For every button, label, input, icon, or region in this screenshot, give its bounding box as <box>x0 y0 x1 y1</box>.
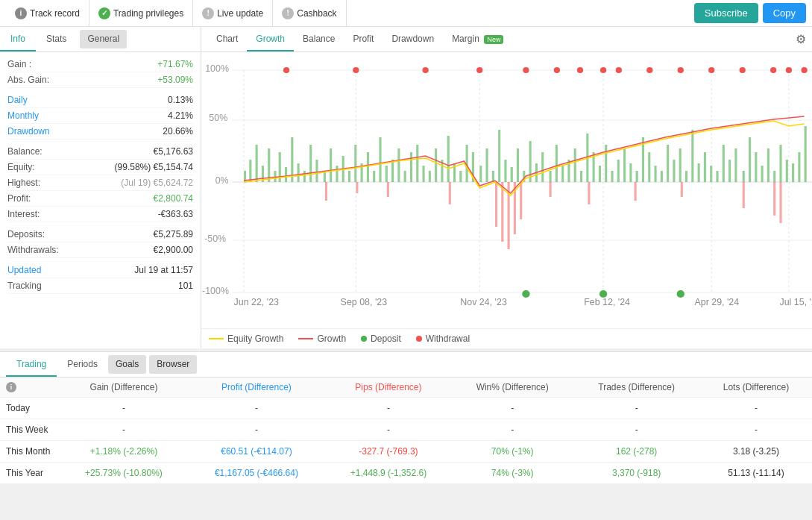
svg-rect-95 <box>773 171 775 182</box>
table-cell: -327.7 (-769.3) <box>325 441 452 463</box>
svg-point-138 <box>801 67 807 73</box>
stat-updated: Updated Jul 19 at 11:57 <box>7 263 193 278</box>
svg-rect-116 <box>779 182 781 223</box>
svg-rect-38 <box>416 145 418 182</box>
table-cell: - <box>573 419 699 441</box>
warn-icon-cashback: ! <box>282 7 294 19</box>
nav-live-update[interactable]: ! Live update <box>193 0 273 26</box>
tab-periods[interactable]: Periods <box>57 352 108 377</box>
svg-point-126 <box>476 67 482 73</box>
svg-rect-14 <box>268 148 270 182</box>
svg-rect-82 <box>691 130 693 182</box>
table-header-row: i Gain (Difference) Profit (Difference) … <box>0 378 812 398</box>
info-icon-th[interactable]: i <box>6 382 16 392</box>
table-row: This Week------ <box>0 419 812 441</box>
chart-area: 100% 50% 0% -50% -100% <box>201 52 812 328</box>
tab-growth[interactable]: Growth <box>247 27 294 51</box>
svg-rect-92 <box>755 152 757 182</box>
left-tabs: Info Stats General <box>0 27 201 52</box>
nav-cashback[interactable]: ! Cashback <box>273 0 346 26</box>
svg-rect-72 <box>629 163 632 182</box>
nav-trading-privileges[interactable]: ✓ Trading privileges <box>89 0 193 26</box>
svg-text:-50%: -50% <box>204 234 226 244</box>
svg-rect-104 <box>449 182 451 204</box>
svg-rect-102 <box>356 182 358 193</box>
svg-rect-78 <box>667 145 669 182</box>
tab-profit[interactable]: Profit <box>344 27 383 51</box>
main-content: Info Stats General Gain : +71.67% Abs. G… <box>0 27 812 348</box>
tab-chart[interactable]: Chart <box>207 27 247 51</box>
stat-tracking: Tracking 101 <box>7 278 193 294</box>
svg-text:100%: 100% <box>205 63 229 74</box>
svg-rect-81 <box>685 171 687 182</box>
tab-trading[interactable]: Trading <box>6 352 57 377</box>
svg-rect-88 <box>728 160 731 182</box>
tab-margin[interactable]: Margin New <box>443 27 512 51</box>
table-cell: - <box>452 398 573 419</box>
tab-general[interactable]: General <box>80 30 127 48</box>
svg-rect-83 <box>698 163 700 182</box>
svg-rect-59 <box>550 171 552 182</box>
table-cell: 70% (-1%) <box>452 441 573 463</box>
tab-browser[interactable]: Browser <box>149 355 197 374</box>
chart-settings-icon[interactable]: ⚙ <box>796 32 806 46</box>
stat-balance: Balance: €5,176.63 <box>7 144 193 160</box>
svg-rect-67 <box>599 166 601 182</box>
svg-rect-36 <box>404 171 406 182</box>
table-cell: 3,370 (-918) <box>573 463 699 484</box>
trading-table: i Gain (Difference) Profit (Difference) … <box>0 378 812 484</box>
svg-rect-97 <box>786 160 788 182</box>
th-trades: Trades (Difference) <box>573 378 699 398</box>
svg-rect-58 <box>541 152 544 182</box>
svg-rect-86 <box>716 171 718 182</box>
tab-stats[interactable]: Stats <box>36 27 77 51</box>
svg-rect-45 <box>459 171 462 182</box>
table-cell: - <box>188 419 325 441</box>
svg-rect-114 <box>743 182 745 208</box>
legend-withdrawal: Withdrawal <box>416 333 470 344</box>
svg-point-127 <box>523 67 529 73</box>
stat-withdrawals: Withdrawals: €2,900.00 <box>7 242 193 258</box>
growth-chart: 100% 50% 0% -50% -100% <box>201 55 812 309</box>
svg-rect-96 <box>779 145 781 182</box>
th-period: i <box>0 378 60 398</box>
svg-text:50%: 50% <box>209 113 227 123</box>
growth-line <box>298 338 313 339</box>
stats-section: Gain : +71.67% Abs. Gain: +53.09% Daily … <box>0 52 201 298</box>
svg-rect-24 <box>330 148 332 182</box>
nav-live-update-label: Live update <box>217 8 263 19</box>
table-cell: +1,448.9 (-1,352.6) <box>325 463 452 484</box>
tab-goals[interactable]: Goals <box>108 355 146 374</box>
svg-rect-90 <box>743 171 745 182</box>
svg-rect-111 <box>588 182 590 204</box>
warn-icon-live: ! <box>202 7 214 19</box>
svg-point-124 <box>353 67 359 73</box>
svg-point-137 <box>786 67 792 73</box>
stat-abs-gain: Abs. Gain: +53.09% <box>7 72 193 88</box>
svg-rect-99 <box>798 152 800 182</box>
table-cell: - <box>325 419 452 441</box>
right-panel: Chart Growth Balance Profit Drawdown Mar… <box>201 27 812 348</box>
svg-rect-28 <box>354 145 356 182</box>
table-cell: - <box>700 419 812 441</box>
table-cell: - <box>60 398 188 419</box>
svg-point-123 <box>283 67 289 73</box>
tab-drawdown[interactable]: Drawdown <box>383 27 443 51</box>
table-cell: This Year <box>0 463 60 484</box>
nav-track-record[interactable]: i Track record <box>6 0 89 26</box>
svg-rect-27 <box>348 171 350 182</box>
svg-rect-19 <box>298 163 300 182</box>
svg-text:Jun 22, '23: Jun 22, '23 <box>234 297 280 307</box>
subscribe-button[interactable]: Subscribe <box>694 3 758 23</box>
tab-info[interactable]: Info <box>0 27 36 51</box>
table-cell: Today <box>0 398 60 419</box>
table-cell: - <box>700 398 812 419</box>
stat-profit: Profit: €2,800.74 <box>7 191 193 207</box>
svg-point-139 <box>522 290 529 298</box>
th-gain: Gain (Difference) <box>60 378 188 398</box>
svg-text:Jul 15, '24: Jul 15, '24 <box>779 297 812 307</box>
tab-balance[interactable]: Balance <box>294 27 344 51</box>
chart-legend: Equity Growth Growth Deposit Withdrawal <box>201 328 812 348</box>
svg-rect-110 <box>550 182 552 197</box>
copy-button[interactable]: Copy <box>763 3 806 23</box>
